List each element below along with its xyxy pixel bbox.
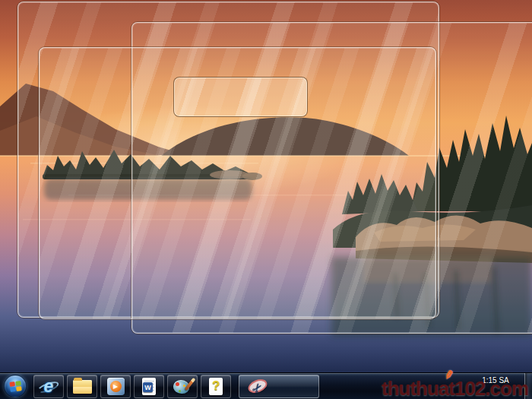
system-clock[interactable]: 1:15 SA (470, 375, 521, 385)
desktop[interactable] (0, 0, 532, 372)
paint-palette-icon (173, 378, 192, 395)
screen: e ▶ W ? (0, 0, 532, 399)
taskbar-button-help[interactable]: ? (201, 375, 231, 398)
snipping-tool-icon: ✂ (247, 378, 270, 396)
show-desktop-button[interactable] (524, 373, 532, 399)
internet-explorer-icon: e (39, 377, 59, 397)
word-document-icon: W (142, 378, 156, 395)
start-button[interactable] (4, 375, 27, 397)
windows-logo-icon (9, 381, 22, 392)
taskbar-button-paint[interactable] (167, 375, 198, 398)
taskbar-button-internet-explorer[interactable]: e (33, 375, 64, 398)
taskbar: e ▶ W ? (0, 372, 532, 399)
clock-time: 1:15 SA (470, 375, 521, 385)
taskbar-button-snipping-tool[interactable]: ✂ (239, 375, 319, 398)
folder-icon (73, 380, 92, 394)
media-player-icon: ▶ (107, 378, 125, 395)
help-document-icon: ? (209, 378, 223, 395)
peek-window-outline-4[interactable] (173, 77, 308, 117)
play-icon: ▶ (110, 381, 122, 392)
taskbar-button-windows-explorer[interactable] (67, 375, 97, 398)
taskbar-button-media-player[interactable]: ▶ (100, 375, 131, 398)
taskbar-button-word[interactable]: W (134, 375, 164, 398)
